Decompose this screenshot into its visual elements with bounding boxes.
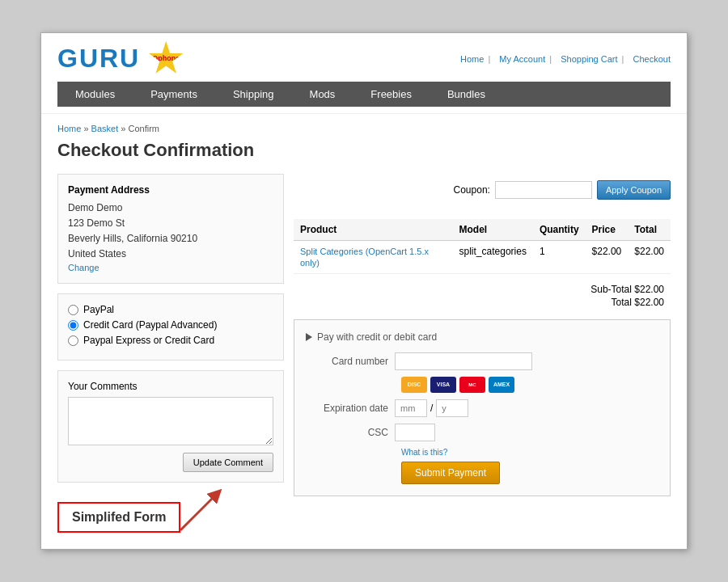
sub-total-value: $22.00 [634, 284, 664, 295]
product-price: $22.00 [586, 240, 629, 273]
change-address-link[interactable]: Change [68, 263, 99, 272]
payment-methods-box: PayPal Credit Card (Paypal Advanced) Pay… [57, 293, 284, 361]
payment-address-title: Payment Address [68, 184, 273, 196]
comments-textarea[interactable] [68, 397, 273, 445]
breadcrumb-basket[interactable]: Basket [91, 124, 119, 133]
coupon-label: Coupon: [454, 184, 490, 196]
payment-option-cc: Credit Card (Paypal Advanced) [68, 319, 273, 331]
header-top: GURU Qphone Home | My Account | Shopping… [57, 41, 671, 77]
total: Total $22.00 [300, 297, 664, 308]
update-comment-button[interactable]: Update Comment [183, 453, 273, 472]
comments-label: Your Comments [68, 381, 273, 392]
page-content: Home » Basket » Confirm Checkout Confirm… [41, 114, 687, 550]
nav-freebies[interactable]: Freebies [353, 82, 430, 107]
nav-payments[interactable]: Payments [133, 82, 215, 107]
card-number-row: Card number [306, 352, 658, 370]
nav-bundles[interactable]: Bundles [430, 82, 503, 107]
simplified-form-label: Simplifed Form [57, 502, 180, 533]
payment-option-express: Paypal Express or Credit Card [68, 335, 273, 346]
checkout-link[interactable]: Checkout [633, 54, 671, 64]
cc-label: Credit Card (Paypal Advanced) [83, 319, 217, 331]
paypal-radio[interactable] [68, 305, 78, 315]
express-radio[interactable] [68, 335, 78, 346]
coupon-row: Coupon: Apply Coupon [294, 174, 671, 206]
product-total: $22.00 [628, 240, 671, 273]
guru-logo: GURU [57, 44, 140, 74]
right-column: Coupon: Apply Coupon Product Model Quant… [294, 174, 671, 534]
sub-total-label: Sub-Total [590, 284, 634, 295]
home-link[interactable]: Home [460, 54, 484, 64]
address-name: Demo Demo [68, 200, 273, 216]
card-number-label: Card number [306, 356, 395, 367]
expiration-label: Expiration date [306, 403, 395, 414]
paypal-label: PayPal [83, 304, 114, 315]
col-model: Model [453, 219, 533, 241]
expiry-month-input[interactable] [395, 399, 427, 417]
cc-toggle-label: Pay with credit or debit card [317, 331, 437, 343]
csc-input[interactable] [395, 424, 435, 441]
apply-coupon-button[interactable]: Apply Coupon [597, 180, 671, 200]
left-column: Payment Address Demo Demo 123 Demo St Be… [57, 174, 284, 534]
express-label: Paypal Express or Credit Card [83, 335, 214, 346]
page-title: Checkout Confirmation [57, 140, 671, 161]
header-nav: Home | My Account | Shopping Cart | Chec… [455, 54, 671, 64]
nav-shipping[interactable]: Shipping [215, 82, 292, 107]
breadcrumb-confirm: Confirm [128, 124, 159, 133]
simplified-form-area: Simplifed Form [57, 502, 180, 533]
breadcrumb-home[interactable]: Home [57, 124, 81, 133]
discover-icon: DISC [401, 377, 427, 393]
qphone-logo: Qphone [148, 41, 184, 77]
breadcrumb: Home » Basket » Confirm [57, 124, 671, 133]
col-product: Product [294, 219, 453, 241]
triangle-icon [306, 333, 312, 341]
col-quantity: Quantity [533, 219, 586, 241]
shopping-cart-link[interactable]: Shopping Cart [561, 54, 617, 64]
product-qty: 1 [533, 240, 586, 273]
expiry-inputs: / [395, 399, 468, 417]
totals-section: Sub-Total $22.00 Total $22.00 [294, 280, 671, 313]
logo-area: GURU Qphone [57, 41, 184, 77]
nav-modules[interactable]: Modules [57, 82, 133, 107]
address-country: United States [68, 247, 273, 262]
what-is-csc-link[interactable]: What is this? [401, 448, 658, 457]
col-total: Total [628, 219, 671, 241]
address-city: Beverly Hills, California 90210 [68, 231, 273, 247]
card-icons-row: DISC VISA MC AMEX [306, 377, 658, 393]
submit-payment-button[interactable]: Submit Payment [401, 462, 500, 484]
expiry-year-input[interactable] [436, 399, 468, 417]
card-icons: DISC VISA MC AMEX [401, 377, 514, 393]
total-label: Total [612, 297, 635, 308]
expiration-row: Expiration date / [306, 399, 658, 417]
payment-option-paypal: PayPal [68, 304, 273, 315]
total-value: $22.00 [634, 297, 664, 308]
csc-label: CSC [306, 427, 395, 438]
my-account-link[interactable]: My Account [499, 54, 545, 64]
cc-radio[interactable] [68, 320, 78, 331]
sub-total: Sub-Total $22.00 [300, 284, 664, 295]
col-price: Price [586, 219, 629, 241]
product-name: Split Categories (OpenCart 1.5.x only) [294, 240, 453, 273]
table-row: Split Categories (OpenCart 1.5.x only) s… [294, 240, 671, 273]
cc-toggle: Pay with credit or debit card [306, 331, 658, 343]
card-number-input[interactable] [395, 352, 532, 370]
comments-box: Your Comments Update Comment [57, 370, 284, 483]
arrow-annotation [172, 486, 225, 538]
address-street: 123 Demo St [68, 216, 273, 231]
browser-window: GURU Qphone Home | My Account | Shopping… [40, 32, 688, 550]
nav-mods[interactable]: Mods [292, 82, 353, 107]
mastercard-icon: MC [459, 377, 485, 393]
order-table: Product Model Quantity Price Total Split… [294, 219, 671, 274]
amex-icon: AMEX [489, 377, 514, 393]
csc-row: CSC [306, 424, 658, 441]
credit-card-box: Pay with credit or debit card Card numbe… [294, 319, 671, 496]
payment-address-box: Payment Address Demo Demo 123 Demo St Be… [57, 174, 284, 285]
nav-bar: Modules Payments Shipping Mods Freebies … [57, 82, 671, 107]
visa-icon: VISA [430, 377, 456, 393]
coupon-input[interactable] [495, 181, 592, 199]
product-model: split_categories [453, 240, 533, 273]
main-layout: Payment Address Demo Demo 123 Demo St Be… [57, 174, 671, 534]
site-header: GURU Qphone Home | My Account | Shopping… [41, 33, 687, 114]
